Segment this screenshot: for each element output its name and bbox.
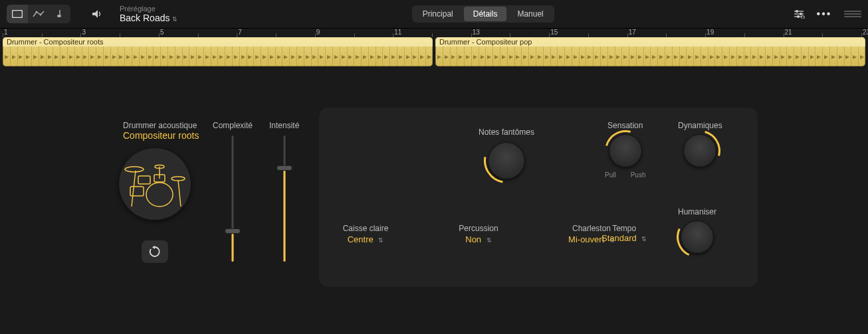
region-waveform: ▸▸▸▸▸▸▸▸▸▸▸▸▸▸▸▸▸▸▸▸▸▸▸▸▸▸▸▸▸▸▸▸▸▸▸▸▸▸▸▸… bbox=[3, 46, 433, 66]
region-lane: Drummer - Compositeur roots▸▸▸▸▸▸▸▸▸▸▸▸▸… bbox=[0, 37, 868, 68]
ruler-number: 23 bbox=[863, 29, 868, 36]
svg-rect-16 bbox=[138, 176, 150, 184]
snare-select: Caisse claire Centre ⇅ bbox=[332, 224, 399, 244]
svg-point-19 bbox=[146, 183, 173, 207]
svg-point-12 bbox=[125, 167, 144, 172]
complexity-slider-wrap: Complexité bbox=[213, 121, 253, 262]
percussion-label: Percussion bbox=[459, 224, 498, 233]
tempo-label: Tempo bbox=[612, 224, 636, 233]
drummer-type: Drummer acoustique bbox=[123, 121, 199, 130]
tab-manual[interactable]: Manuel bbox=[508, 7, 552, 21]
tab-details[interactable]: Détails bbox=[464, 7, 507, 21]
svg-point-8 bbox=[796, 10, 798, 13]
intensity-slider[interactable] bbox=[278, 135, 291, 262]
ghost-notes-knob[interactable] bbox=[488, 142, 525, 179]
drummer-name: Compositeur roots bbox=[123, 130, 199, 141]
view-mode-group bbox=[7, 5, 70, 23]
complexity-slider[interactable] bbox=[226, 135, 239, 262]
percussion-value[interactable]: Non ⇅ bbox=[465, 234, 491, 244]
ruler-number: 21 bbox=[785, 29, 792, 36]
more-icon[interactable]: ••• bbox=[814, 5, 835, 23]
region[interactable]: Drummer - Compositeur pop▸▸▸▸▸▸▸▸▸▸▸▸▸▸▸… bbox=[435, 37, 865, 66]
ruler-number: 11 bbox=[394, 29, 401, 36]
ruler-number: 13 bbox=[473, 29, 480, 36]
svg-rect-0 bbox=[13, 11, 23, 18]
humanize-label: Humaniser bbox=[678, 207, 716, 216]
toolbar-right: ••• bbox=[788, 5, 861, 23]
complexity-label: Complexité bbox=[213, 121, 253, 130]
ghost-notes-control: Notes fantômes bbox=[479, 127, 534, 179]
feel-push-label: Push bbox=[631, 171, 646, 179]
chevron-updown-icon: ⇅ bbox=[641, 236, 647, 242]
ruler-number: 15 bbox=[550, 29, 558, 36]
drumkit-picker[interactable] bbox=[118, 147, 191, 220]
svg-point-9 bbox=[800, 13, 802, 15]
svg-marker-4 bbox=[92, 10, 98, 18]
preset-selector[interactable]: Préréglage Back Roads⇅ bbox=[120, 5, 177, 24]
details-panel: Notes fantômes Sensation Pull Push Dynam… bbox=[319, 108, 758, 287]
automation-view-button[interactable] bbox=[28, 5, 49, 23]
kit-piece-selects: Caisse claire Centre ⇅ Percussion Non ⇅ … bbox=[332, 224, 625, 244]
intensity-label: Intensité bbox=[269, 121, 299, 130]
svg-line-21 bbox=[178, 180, 181, 207]
drummer-editor: Drummer acoustique Compositeur roots Com… bbox=[0, 68, 868, 334]
edit-mode-tabs: Principal Détails Manuel bbox=[412, 5, 554, 23]
ruler-number: 1 bbox=[4, 29, 8, 36]
snare-value[interactable]: Centre ⇅ bbox=[348, 234, 384, 244]
svg-point-2 bbox=[40, 14, 42, 16]
chevron-updown-icon: ⇅ bbox=[487, 237, 492, 244]
settings-icon[interactable] bbox=[788, 5, 810, 23]
snare-label: Caisse claire bbox=[343, 224, 389, 233]
score-view-button[interactable] bbox=[49, 5, 70, 23]
ruler-number: 7 bbox=[238, 29, 242, 36]
drumkit-icon bbox=[124, 159, 186, 209]
region-title: Drummer - Compositeur pop bbox=[435, 37, 865, 46]
refresh-icon bbox=[149, 246, 161, 258]
region[interactable]: Drummer - Compositeur roots▸▸▸▸▸▸▸▸▸▸▸▸▸… bbox=[3, 37, 433, 66]
svg-point-11 bbox=[802, 16, 805, 19]
region-title: Drummer - Compositeur roots bbox=[3, 37, 433, 46]
percussion-select: Percussion Non ⇅ bbox=[445, 224, 512, 244]
region-waveform: ▸▸▸▸▸▸▸▸▸▸▸▸▸▸▸▸▸▸▸▸▸▸▸▸▸▸▸▸▸▸▸▸▸▸▸▸▸▸▸▸… bbox=[435, 46, 865, 66]
regenerate-button[interactable] bbox=[142, 240, 168, 263]
svg-point-3 bbox=[57, 15, 61, 17]
ruler-number: 17 bbox=[629, 29, 636, 36]
dynamics-control: Dynamiques bbox=[678, 121, 722, 167]
tab-principal[interactable]: Principal bbox=[413, 7, 463, 21]
humanize-knob[interactable] bbox=[681, 220, 714, 254]
volume-icon[interactable] bbox=[86, 5, 108, 23]
timeline-ruler[interactable]: 1357911131517192123 bbox=[0, 28, 868, 37]
feel-control: Sensation Pull Push bbox=[605, 121, 645, 179]
drummer-info: Drummer acoustique Compositeur roots bbox=[123, 121, 199, 141]
feel-knob[interactable] bbox=[609, 134, 642, 167]
tempo-select: Tempo Standard ⇅ bbox=[601, 224, 647, 243]
chevron-updown-icon: ⇅ bbox=[378, 237, 383, 244]
feel-range: Pull Push bbox=[605, 171, 645, 179]
top-toolbar: Préréglage Back Roads⇅ Principal Détails… bbox=[0, 0, 868, 28]
svg-rect-18 bbox=[130, 187, 144, 196]
preset-value: Back Roads⇅ bbox=[120, 13, 177, 23]
svg-line-20 bbox=[132, 171, 136, 207]
humanize-control: Humaniser bbox=[678, 207, 716, 254]
ruler-number: 9 bbox=[316, 29, 320, 36]
svg-point-1 bbox=[36, 11, 38, 13]
ruler-number: 19 bbox=[706, 29, 714, 36]
intensity-slider-wrap: Intensité bbox=[269, 121, 299, 262]
region-view-button[interactable] bbox=[7, 5, 28, 23]
dynamics-label: Dynamiques bbox=[678, 121, 722, 130]
ghost-notes-label: Notes fantômes bbox=[479, 127, 534, 137]
ruler-number: 3 bbox=[82, 29, 86, 36]
tempo-value[interactable]: Standard ⇅ bbox=[601, 233, 647, 243]
feel-label: Sensation bbox=[607, 121, 643, 130]
svg-point-10 bbox=[797, 15, 800, 18]
dynamics-knob[interactable] bbox=[683, 134, 716, 167]
resize-grip[interactable] bbox=[844, 11, 861, 17]
feel-pull-label: Pull bbox=[605, 171, 616, 179]
preset-label: Préréglage bbox=[120, 5, 177, 13]
svg-marker-22 bbox=[152, 246, 155, 249]
ruler-number: 5 bbox=[160, 29, 164, 36]
